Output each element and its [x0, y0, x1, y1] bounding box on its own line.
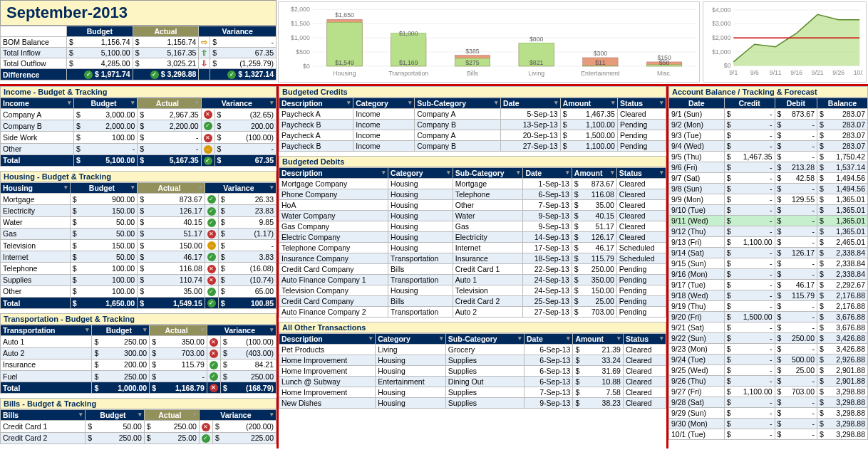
acct-credit[interactable]: $-: [724, 194, 775, 205]
acct-date[interactable]: 9/3 (Tue): [669, 130, 725, 141]
tx-desc[interactable]: Mortgage Company: [279, 179, 388, 189]
acct-bal[interactable]: $3,298.88: [817, 408, 868, 419]
tx-cat[interactable]: Housing: [376, 366, 446, 377]
row-actual[interactable]: $-: [138, 132, 201, 143]
row-cat[interactable]: Telephone: [1, 263, 71, 274]
row-actual[interactable]: $873.67: [138, 194, 205, 205]
tx-col[interactable]: Sub-Category▾: [445, 334, 524, 345]
tx-cat[interactable]: Housing: [376, 387, 446, 398]
acct-bal[interactable]: $2,176.88: [817, 290, 868, 301]
filter-dropdown-icon[interactable]: ▾: [408, 99, 412, 106]
tx-sub[interactable]: Credit Card 2: [453, 296, 523, 307]
filter-dropdown-icon[interactable]: ▾: [199, 184, 202, 191]
tx-status[interactable]: Cleared: [623, 387, 666, 398]
tx-desc[interactable]: Water Company: [279, 211, 388, 221]
acct-bal[interactable]: $3,298.88: [817, 397, 868, 408]
tx-status[interactable]: Cleared: [616, 232, 666, 243]
tx-amt[interactable]: $116.08: [572, 189, 616, 200]
tx-amt[interactable]: $150.00: [572, 285, 616, 296]
tx-cat[interactable]: Transportation: [388, 307, 453, 318]
acct-bal[interactable]: $1,494.56: [817, 184, 868, 194]
row-variance[interactable]: $(32.65): [215, 109, 276, 120]
tx-col[interactable]: Amount▾: [572, 168, 616, 179]
tx-status[interactable]: Cleared: [616, 211, 666, 221]
tx-amt[interactable]: $40.15: [572, 211, 616, 221]
row-budget[interactable]: $300.00: [92, 347, 150, 359]
tx-status[interactable]: Cleared: [617, 109, 666, 120]
row-actual[interactable]: $51.17: [138, 228, 205, 239]
tx-date[interactable]: 24-Sep-13: [523, 285, 572, 296]
acct-debit[interactable]: $126.17: [775, 248, 817, 258]
acct-bal[interactable]: $3,298.88: [817, 419, 868, 429]
tx-col[interactable]: Status▾: [623, 334, 666, 345]
filter-dropdown-icon[interactable]: ▾: [517, 169, 520, 176]
tx-date[interactable]: 9-Sep-13: [523, 211, 572, 221]
tx-col[interactable]: Sub-Category▾: [453, 168, 523, 179]
filter-dropdown-icon[interactable]: ▾: [138, 411, 142, 418]
filter-dropdown-icon[interactable]: ▾: [68, 99, 71, 106]
acct-debit[interactable]: $-: [775, 344, 817, 355]
row-cat[interactable]: Side Work: [1, 132, 74, 143]
row-cat[interactable]: Other: [1, 285, 71, 297]
col-budget[interactable]: Budget▾: [86, 410, 145, 421]
tx-sub[interactable]: Auto 2: [453, 307, 523, 318]
tx-date[interactable]: 6-Sep-13: [525, 345, 573, 355]
tx-amt[interactable]: $1,500.00: [560, 130, 617, 141]
row-cat[interactable]: Company B: [1, 120, 74, 132]
acct-credit[interactable]: $-: [724, 397, 775, 408]
tx-cat[interactable]: Entertainment: [376, 377, 446, 387]
row-budget[interactable]: $250.00: [92, 370, 150, 382]
row-cat[interactable]: Internet: [1, 251, 71, 263]
tx-col[interactable]: Category▾: [353, 98, 415, 109]
row-budget[interactable]: $50.00: [86, 421, 145, 432]
acct-debit[interactable]: $500.00: [775, 355, 817, 365]
acct-bal[interactable]: $1,365.01: [817, 194, 868, 205]
acct-bal[interactable]: $2,901.88: [817, 376, 868, 387]
tx-desc[interactable]: Auto Finance Company 2: [279, 307, 388, 318]
acct-debit[interactable]: $-: [775, 258, 817, 269]
filter-dropdown-icon[interactable]: ▾: [440, 335, 443, 342]
filter-dropdown-icon[interactable]: ▾: [611, 169, 614, 176]
filter-dropdown-icon[interactable]: ▾: [566, 169, 569, 176]
acct-credit[interactable]: $-: [724, 248, 775, 258]
col-variance[interactable]: Variance▾: [207, 325, 276, 336]
acct-bal[interactable]: $3,298.88: [817, 429, 868, 440]
acct-debit[interactable]: $-: [775, 312, 817, 322]
row-actual[interactable]: $-: [138, 143, 201, 154]
row-budget[interactable]: $250.00: [92, 336, 150, 347]
filter-dropdown-icon[interactable]: ▾: [131, 99, 135, 106]
row-cat[interactable]: Television: [1, 239, 71, 251]
filter-dropdown-icon[interactable]: ▾: [554, 99, 558, 106]
acct-bal[interactable]: $283.07: [817, 141, 868, 152]
acct-credit[interactable]: $-: [724, 322, 775, 333]
tx-amt[interactable]: $31.69: [573, 366, 623, 377]
filter-dropdown-icon[interactable]: ▾: [495, 99, 498, 106]
tx-date[interactable]: 9-Sep-13: [523, 221, 572, 232]
filter-dropdown-icon[interactable]: ▾: [270, 411, 274, 418]
tx-cat[interactable]: Transportation: [388, 275, 453, 285]
acct-debit[interactable]: $-: [775, 237, 817, 248]
tx-status[interactable]: Cleared: [623, 398, 666, 409]
row-budget[interactable]: $900.00: [70, 194, 138, 205]
acct-date[interactable]: 9/12 (Thu): [669, 226, 725, 237]
row-variance[interactable]: $250.00: [220, 370, 276, 382]
acct-col-credit[interactable]: Credit: [724, 98, 775, 109]
acct-date[interactable]: 9/23 (Mon): [669, 344, 725, 355]
acct-credit[interactable]: $-: [724, 120, 775, 130]
acct-bal[interactable]: $3,298.88: [817, 387, 868, 397]
row-variance[interactable]: $84.21: [220, 359, 276, 370]
acct-credit[interactable]: $-: [724, 269, 775, 280]
acct-credit[interactable]: $-: [724, 365, 775, 376]
tx-desc[interactable]: HoA: [279, 200, 388, 211]
tx-cat[interactable]: Income: [353, 109, 415, 120]
tx-amt[interactable]: $350.00: [572, 275, 616, 285]
tx-date[interactable]: 7-Sep-13: [525, 387, 573, 398]
acct-debit[interactable]: $-: [775, 429, 817, 440]
row-actual[interactable]: $46.17: [138, 251, 205, 263]
tx-cat[interactable]: Housing: [388, 243, 453, 253]
tx-sub[interactable]: Supplies: [445, 398, 524, 409]
acct-bal[interactable]: $1,537.14: [817, 162, 868, 173]
acct-credit[interactable]: $-: [724, 333, 775, 344]
acct-bal[interactable]: $1,365.01: [817, 226, 868, 237]
tx-col[interactable]: Category▾: [388, 168, 453, 179]
